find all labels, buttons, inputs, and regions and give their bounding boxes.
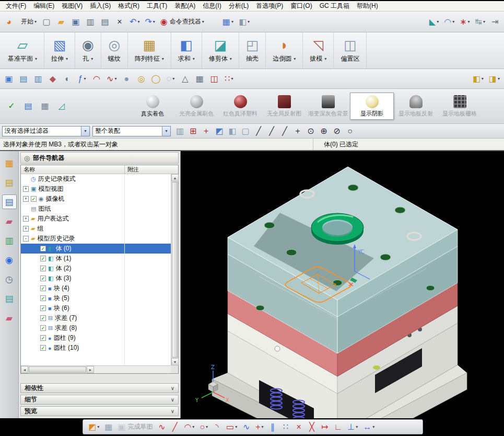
orient-view-icon[interactable]: ◣ ▾ [427,15,441,29]
menu-window[interactable]: 窗口(O) [287,1,315,12]
thread-button[interactable]: ◎ 螺纹 [101,32,128,68]
internet-explorer-icon[interactable]: ◉ [2,253,17,267]
tree-horizontal-scrollbar[interactable] [21,365,171,373]
tree-expander-icon[interactable]: + [23,216,29,222]
line-icon[interactable]: ╱ [169,421,181,433]
geometric-constraints-icon[interactable]: ⊥ ▾ [345,421,360,433]
scroll-down-icon[interactable] [171,358,179,365]
tree-item-history-mode[interactable]: ◷ 历史记录模式 [21,174,171,184]
intersection-point-icon[interactable]: × [293,421,305,433]
menu-file[interactable]: 文件(F) [2,1,30,12]
snap-midpoint-icon[interactable]: ╱ [266,125,278,137]
tree-checkbox[interactable] [40,305,46,311]
column-header-name[interactable]: 名称 [21,165,125,174]
snap-quadrant-icon[interactable]: ⊕ [318,125,330,137]
graphics-viewport[interactable]: YC Z X Y [181,151,504,418]
arc-icon[interactable]: ◠ ▾ [182,421,196,433]
spline-icon[interactable]: ∿ ▾ [104,72,119,86]
pattern-feature-button[interactable]: ▦ 阵列特征 ▾ [128,32,171,68]
facet-body-icon[interactable]: △ [178,72,192,86]
chevron-down-icon[interactable] [171,385,174,391]
csys-icon[interactable]: ◿ [55,99,68,113]
display-part-icon[interactable]: ▣ [2,72,16,86]
rectangle-icon[interactable]: ▭ ▾ [224,421,239,433]
assembly-navigator-icon[interactable]: ▦ [2,156,17,170]
true-shading-button[interactable]: 真实着色 [131,93,174,120]
sphere-icon[interactable]: ● [120,72,133,86]
tree-checkbox[interactable] [40,276,46,281]
datum-display-icon[interactable]: ∗ ▾ [458,15,472,29]
show-shadow-button[interactable]: 显示阴影 [350,93,394,120]
trim-body-button[interactable]: ◪ 修剪体 ▾ [202,32,239,68]
profile-icon[interactable]: ∿ [156,421,168,433]
section-dependencies[interactable]: 相依性 [20,383,179,393]
scrollbar-thumb[interactable] [29,366,86,373]
menu-card-icon[interactable]: ▥ [174,125,186,137]
helix-icon[interactable]: ◎ [134,72,148,86]
menu-analysis[interactable]: 分析(L) [225,1,253,12]
quick-extend-icon[interactable]: ↦ [319,421,331,433]
snap-existing-point-icon[interactable]: ⊘ [331,125,343,137]
selection-scope-dropdown[interactable]: 整个装配 [92,126,171,136]
command-finder-button[interactable]: ◉ 命令查找器 ▾ [158,15,206,29]
datum-plane-button[interactable]: ▱ 基准平面 ▾ [1,32,44,68]
tree-item-drawing[interactable]: ▤ 图纸 [21,204,171,214]
tube-icon[interactable]: ◌ ▾ [163,72,177,86]
system-materials-icon[interactable]: ▤ [2,291,17,306]
object-display-icon[interactable]: ◆ [46,72,60,86]
tree-item-block-6[interactable]: ■ 块 (6) [21,303,171,313]
offset-region-button[interactable]: ◫ 偏置区 [334,32,367,68]
tree-expander-icon[interactable]: + [23,186,29,192]
constraint-navigator-icon[interactable]: ▤ [2,175,17,190]
layer-settings-icon[interactable]: ▤ [17,72,30,86]
part-navigator-icon[interactable]: ▤ [2,194,17,209]
select-scope-icon[interactable]: ⊞ [187,125,199,137]
menu-view[interactable]: 视图(V) [58,1,86,12]
tree-item-subtract-8[interactable]: ⊟ 求差 (8) [21,323,171,333]
menu-tools[interactable]: 工具(T) [143,1,171,12]
snap-endpoint-icon[interactable]: ╱ [253,125,265,137]
tree-checkbox[interactable] [40,256,46,261]
make-corner-icon[interactable]: ∟ [332,421,345,433]
hole-button[interactable]: ◉ 孔 ▾ [75,32,101,68]
snap-intersection-icon[interactable]: + [292,125,304,137]
scroll-left-icon[interactable] [21,366,28,373]
fillet-icon[interactable]: ◝ [211,421,223,433]
divide-face-icon[interactable]: ◫ [207,72,221,86]
copy-icon[interactable]: ▤ [98,15,112,29]
tree-expander-icon[interactable]: - [23,236,29,242]
tree-expander-icon[interactable]: + [23,226,29,232]
tree-checkbox[interactable] [40,246,46,251]
tree-item-cylinder-10[interactable]: ● 圆柱 (10) [21,343,171,353]
snap-orient-icon[interactable]: + [200,125,212,137]
finish-sketch-button[interactable]: ▣ 完成草图 [115,421,155,433]
grid-icon[interactable]: ▦ [193,72,206,86]
tree-expander-icon[interactable]: + [23,196,29,202]
sketch-grid-icon[interactable]: ▦ [102,421,114,433]
section-preview[interactable]: 预览 [20,406,179,416]
tree-item-body-0[interactable]: ◧ 体 (0) [21,244,171,254]
tree-item-user-expressions[interactable]: + ▰ 用户表达式 [21,214,171,224]
brushed-metal-button[interactable]: 光亮金属刷色 [174,93,218,120]
roles-icon[interactable]: ▰ [2,311,17,325]
tree-item-block-5[interactable]: ■ 块 (5) [21,293,171,303]
snap-control-point-icon[interactable]: ╱ [279,125,291,137]
draft-button[interactable]: ◹ 拔模 ▾ [303,32,334,68]
scroll-right-icon[interactable] [87,366,94,373]
chevron-down-icon[interactable] [81,127,89,136]
render-grid-icon[interactable]: ▦ [38,99,52,113]
quick-trim-icon[interactable]: ╳ [306,421,318,433]
tree-item-block-4[interactable]: ■ 块 (4) [21,283,171,293]
red-plastic-button[interactable]: 红色真泽塑料 [218,93,262,120]
delete-icon[interactable]: × [113,15,126,29]
snap-view-icon[interactable]: ◠ ▾ [442,15,456,29]
expression-icon[interactable]: ƒ ▾ [75,72,89,86]
approve-icon[interactable]: ✓ [5,99,18,113]
menu-information[interactable]: 信息(I) [199,1,225,12]
hd3d-tool-icon[interactable]: ▥ [2,233,17,248]
floor-grid-button[interactable]: 显示地板栅格 [438,93,482,120]
no-global-reflection-button[interactable]: 无全局反射图 [262,93,306,120]
circle-icon[interactable]: ○ ▾ [197,421,210,433]
point-icon[interactable]: + ▾ [253,421,265,433]
reuse-library-icon[interactable]: ▰ [2,214,17,228]
